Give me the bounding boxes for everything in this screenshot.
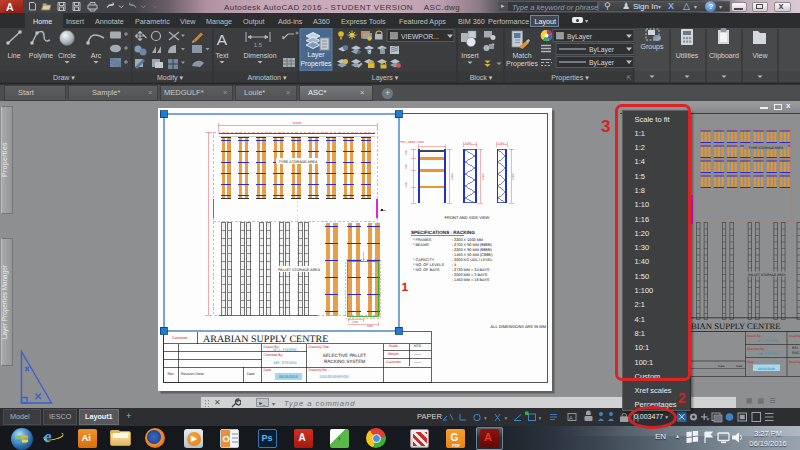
svg-text:6000: 6000 — [367, 324, 374, 328]
svg-text:* CAPACITY: * CAPACITY — [413, 258, 435, 262]
svg-text:Drawing Title:: Drawing Title: — [309, 345, 330, 349]
svg-text:: 2730 MM = 34 BAYS: : 2730 MM = 34 BAYS — [452, 268, 490, 272]
svg-text:⇱: ⇱ — [626, 75, 631, 81]
svg-text:* BEAMS: * BEAMS — [413, 243, 429, 247]
svg-text:Layers ▾: Layers ▾ — [372, 74, 399, 82]
svg-text:3.800: 3.800 — [512, 173, 515, 180]
svg-text:1000: 1000 — [405, 182, 408, 188]
svg-text:PALLET STORAGE AREA: PALLET STORAGE AREA — [278, 268, 321, 272]
svg-text:Customer: Customer — [172, 336, 188, 340]
svg-text:Block ▾: Block ▾ — [470, 74, 493, 81]
svg-text:▾: ▾ — [539, 415, 542, 421]
svg-text:Data: Data — [718, 364, 725, 368]
svg-text:Line: Line — [7, 52, 20, 59]
svg-text:1000: 1000 — [405, 150, 408, 156]
svg-text:: 1450 X 50 MM (C888I): : 1450 X 50 MM (C888I) — [452, 253, 493, 257]
svg-text:MR. STEVEN: MR. STEVEN — [758, 352, 779, 356]
svg-text:1000: 1000 — [405, 164, 408, 170]
svg-text:VIEWPOR...: VIEWPOR... — [401, 33, 439, 40]
svg-text:Match: Match — [512, 52, 531, 59]
svg-text:Polyline: Polyline — [29, 52, 54, 60]
svg-text:: 2000 KG UDL / LEVEL: : 2000 KG UDL / LEVEL — [452, 258, 493, 262]
svg-text:Drawn By:: Drawn By: — [747, 334, 762, 338]
svg-text:Modify ▾: Modify ▾ — [157, 74, 184, 82]
svg-text:Text: Text — [216, 52, 229, 59]
svg-text:Properties: Properties — [506, 60, 538, 68]
svg-text:Checked By:: Checked By: — [264, 353, 284, 357]
svg-text:3.800: 3.800 — [482, 173, 485, 180]
svg-text:Scale: Scale — [389, 344, 398, 348]
svg-text:SPECIFICATIONS : RACKING: SPECIFICATIONS : RACKING — [411, 230, 475, 235]
svg-text:Annotation ▾: Annotation ▾ — [248, 74, 287, 81]
svg-text:: 2000 MM = 3 BAYS: : 2000 MM = 3 BAYS — [452, 273, 488, 277]
svg-text:DSD2016/RP/00I: DSD2016/RP/00I — [319, 375, 348, 379]
svg-text:View: View — [752, 52, 768, 59]
svg-text:Draw ▾: Draw ▾ — [53, 74, 75, 81]
svg-text:Date: Date — [247, 372, 254, 376]
svg-text:2751 | 3833 | 1193: 2751 | 3833 | 1193 — [399, 140, 424, 144]
svg-text:Date: Date — [736, 364, 743, 368]
svg-text:ALL DIMENSIONS ARE IN MM: ALL DIMENSIONS ARE IN MM — [491, 324, 546, 329]
svg-text:: 1450 MM = 16 BAYS: : 1450 MM = 16 BAYS — [452, 278, 490, 282]
svg-text:A: A — [569, 415, 573, 421]
svg-text:Drawing No...:: Drawing No...: — [309, 368, 331, 372]
svg-text:Insert: Insert — [461, 52, 479, 59]
svg-text:Properties ▾: Properties ▾ — [551, 74, 589, 82]
svg-text:1: 1 — [402, 280, 409, 294]
svg-text:BIAN SUPPLY CENTRE: BIAN SUPPLY CENTRE — [691, 321, 781, 331]
svg-text:: 2700 X 90 MM (8888I): : 2700 X 90 MM (8888I) — [452, 243, 493, 247]
svg-text:RACKING SYSTEM: RACKING SYSTEM — [324, 359, 365, 364]
svg-text:BEL: BEL — [792, 346, 799, 350]
svg-text:ByLayer: ByLayer — [567, 33, 593, 41]
svg-text:FRONT AND SIDE VIEW: FRONT AND SIDE VIEW — [445, 215, 490, 220]
svg-text:PALLET STORAGE AREA: PALLET STORAGE AREA — [748, 273, 786, 277]
svg-text:Weight: Weight — [388, 352, 399, 356]
svg-text:M. L. FIERRE: M. L. FIERRE — [758, 339, 780, 343]
svg-text:* NO. OF LEVELS: * NO. OF LEVELS — [413, 263, 444, 267]
svg-text:Utilities: Utilities — [676, 52, 699, 59]
svg-text:1.000: 1.000 — [498, 142, 505, 145]
svg-text:Properties: Properties — [301, 60, 333, 68]
svg-text:42000: 42000 — [293, 121, 302, 125]
svg-text:Date:: Date: — [264, 368, 272, 372]
svg-text:——: —— — [414, 352, 422, 356]
svg-text:▾: ▾ — [484, 415, 487, 421]
svg-text:Customer: Customer — [386, 360, 402, 364]
svg-text:06/19/2016: 06/19/2016 — [279, 375, 298, 379]
svg-text:ByLayer: ByLayer — [589, 46, 615, 54]
svg-text:Dimension: Dimension — [243, 52, 276, 59]
svg-text:RAC: RAC — [792, 351, 800, 355]
svg-text:MR. STEVEN: MR. STEVEN — [273, 361, 296, 365]
svg-text:* FRAMES: * FRAMES — [413, 238, 432, 242]
svg-text:* NO. OF BAYS: * NO. OF BAYS — [413, 268, 440, 272]
svg-text:Layer: Layer — [307, 51, 325, 59]
svg-text:Drawing Tit..: Drawing Tit.. — [789, 334, 800, 338]
svg-text:Revision Done: Revision Done — [181, 372, 204, 376]
svg-text:3.800: 3.800 — [451, 173, 454, 180]
svg-text:Circle: Circle — [58, 52, 76, 59]
svg-text:ByLayer: ByLayer — [589, 59, 615, 67]
svg-text:▾: ▾ — [505, 415, 508, 421]
svg-text:TYRE STORAGE AREA: TYRE STORAGE AREA — [749, 146, 784, 150]
svg-text:Rev: Rev — [168, 372, 174, 376]
svg-text:: 3200 X 1000 MM: : 3200 X 1000 MM — [452, 238, 483, 242]
svg-text:1.5: 1.5 — [254, 42, 263, 48]
svg-text:Groups: Groups — [641, 43, 664, 51]
svg-text:M. L. FIERRE: M. L. FIERRE — [273, 348, 297, 352]
svg-text:ARABIAN SUPPLY CENTRE: ARABIAN SUPPLY CENTRE — [203, 334, 328, 345]
svg-text:: 4: : 4 — [452, 263, 456, 267]
svg-text:A: A — [217, 31, 228, 48]
svg-text:SELECTIVE PALLET: SELECTIVE PALLET — [323, 353, 367, 358]
svg-text:: 2200 X 90 MM (8888I): : 2200 X 90 MM (8888I) — [452, 248, 493, 252]
svg-text:Drawing No..: Drawing No.. — [789, 360, 800, 364]
svg-text:06/19/2016: 06/19/2016 — [758, 367, 775, 371]
svg-text:NTS: NTS — [414, 344, 422, 348]
svg-text:Date:: Date: — [747, 360, 755, 364]
svg-text:Clipboard: Clipboard — [709, 52, 739, 60]
svg-text:▾: ▾ — [707, 416, 710, 422]
svg-text:——: —— — [414, 360, 422, 364]
svg-text:Arc: Arc — [91, 52, 102, 59]
svg-text:TYRE STORAGE AREA: TYRE STORAGE AREA — [279, 160, 318, 164]
svg-text:2.000: 2.000 — [465, 142, 472, 145]
svg-text:Checked By:: Checked By: — [747, 347, 765, 351]
